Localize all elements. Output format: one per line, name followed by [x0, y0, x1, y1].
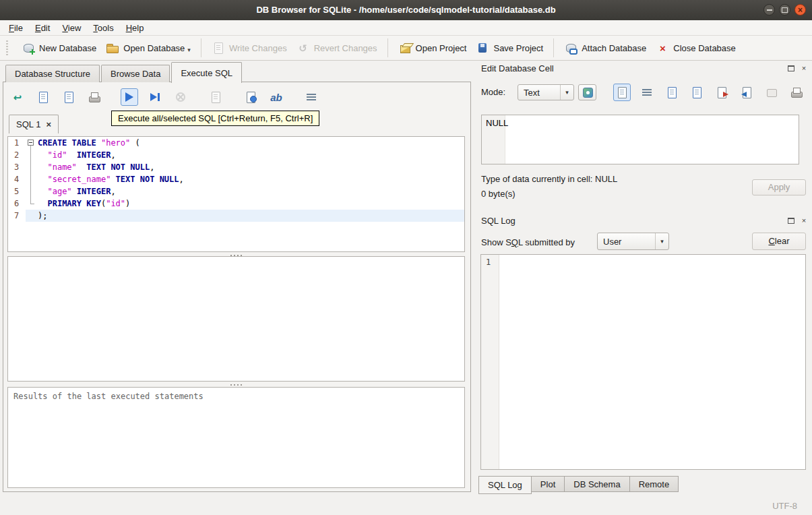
export-data-button[interactable]: [713, 84, 730, 101]
close-database-button[interactable]: ×Close Database: [651, 39, 741, 57]
print-button[interactable]: [788, 84, 805, 101]
execute-all-button[interactable]: [121, 88, 138, 106]
chevron-down-icon: ▾: [655, 233, 668, 249]
close-dock-icon[interactable]: ×: [800, 216, 808, 224]
tab-browse-data[interactable]: Browse Data: [101, 65, 170, 82]
execute-tooltip: Execute all/selected SQL [Ctrl+Return, F…: [111, 111, 319, 126]
save-project-button[interactable]: Save Project: [471, 39, 548, 57]
dock-tab-sql-log[interactable]: SQL Log: [478, 476, 532, 494]
dock-tab-plot[interactable]: Plot: [531, 476, 565, 492]
word-wrap-button[interactable]: [638, 84, 656, 101]
menu-item-view[interactable]: View: [56, 22, 87, 34]
format-sql-button[interactable]: ab: [268, 88, 285, 106]
toolbar-label: Open Project: [416, 43, 467, 53]
dock-tab-db-schema[interactable]: DB Schema: [564, 476, 629, 492]
main-toolbar: New DatabaseOpen Database▾Write Changes↺…: [0, 36, 812, 61]
results-placeholder: Results of the last executed statements: [13, 392, 204, 401]
db-browser-window: DB Browser for SQLite - /home/user/code/…: [0, 0, 812, 515]
results-grid[interactable]: [7, 256, 465, 382]
toolbar-handle[interactable]: [6, 40, 8, 55]
fold-marker-icon[interactable]: [28, 140, 34, 146]
minimize-icon[interactable]: [763, 4, 775, 16]
title-bar[interactable]: DB Browser for SQLite - /home/user/code/…: [0, 0, 812, 21]
sql-editor[interactable]: 1CREATE TABLE "hero" (2 "id" INTEGER,3 "…: [7, 136, 465, 252]
code-text: "age" INTEGER,: [36, 185, 464, 198]
new-database-button[interactable]: New Database: [17, 39, 101, 57]
execute-line-icon: [148, 90, 162, 104]
execute-line-button[interactable]: [146, 88, 164, 106]
close-dock-icon[interactable]: ×: [800, 64, 808, 72]
save-sql-file-button[interactable]: [34, 88, 52, 106]
window-title: DB Browser for SQLite - /home/user/code/…: [0, 0, 812, 20]
sql-log-header: SQL Log ×: [476, 214, 812, 229]
dock-tab-bar: SQL LogPlotDB SchemaRemote: [478, 476, 678, 495]
set-null-icon: [765, 86, 778, 99]
right-dock: Edit Database Cell × Mode: Text ▾ NULL T…: [476, 61, 812, 497]
pane-splitter[interactable]: [471, 61, 476, 497]
clear-button[interactable]: Clear: [752, 233, 806, 250]
dropdown-arrow-icon[interactable]: ▾: [187, 47, 191, 55]
menu-item-file[interactable]: File: [3, 22, 29, 34]
find-icon: [244, 90, 257, 104]
fold-column[interactable]: [26, 137, 36, 149]
editor-line: 4 "secret_name" TEXT NOT NULL,: [8, 173, 464, 185]
execute-all-icon: [123, 90, 136, 104]
revert-changes-icon: ↺: [296, 41, 310, 55]
menu-item-edit[interactable]: Edit: [29, 22, 56, 34]
float-dock-icon[interactable]: [787, 216, 795, 224]
edit-cell-title: Edit Database Cell: [481, 63, 554, 73]
menu-item-tools[interactable]: Tools: [87, 22, 119, 34]
maximize-icon[interactable]: [779, 4, 790, 16]
editor-line: 3 "name" TEXT NOT NULL,: [8, 161, 464, 173]
open-database-button[interactable]: Open Database▾: [101, 39, 195, 57]
cell-editor[interactable]: NULL: [481, 115, 799, 164]
open-sql-file-button[interactable]: ↩: [9, 88, 26, 106]
menu-item-help[interactable]: Help: [120, 22, 150, 34]
sql-log-title: SQL Log: [481, 216, 516, 226]
open-database-icon: [106, 41, 119, 55]
log-filter-select[interactable]: User ▾: [597, 233, 669, 250]
log-filter-value: User: [603, 237, 621, 247]
text-view-button[interactable]: [613, 84, 631, 101]
save-sql-file-as-button[interactable]: [60, 88, 77, 106]
results-message-area[interactable]: Results of the last executed statements: [7, 387, 465, 488]
editor-line: 7);: [8, 210, 464, 222]
tab-execute-sql[interactable]: Execute SQL: [171, 62, 242, 83]
close-window-icon[interactable]: ×: [794, 4, 806, 16]
fold-column: [26, 185, 36, 198]
float-dock-icon[interactable]: [787, 64, 795, 72]
save-sql-file-as-icon: [62, 90, 75, 104]
save-results-button: [207, 88, 224, 106]
open-project-button[interactable]: Open Project: [394, 39, 472, 57]
write-changes-icon: [212, 41, 225, 55]
mode-settings-button[interactable]: [578, 84, 596, 100]
print-icon: [88, 90, 101, 104]
toolbar-label: Attach Database: [582, 43, 646, 53]
splitter-handle[interactable]: [7, 383, 465, 386]
main-tab-bar: Database StructureBrowse DataExecute SQL: [5, 61, 243, 82]
import-data-button[interactable]: [738, 84, 755, 101]
find-button[interactable]: [242, 88, 259, 106]
word-wrap-icon: [640, 86, 654, 99]
copy-button[interactable]: [663, 84, 681, 101]
sql-tab[interactable]: SQL 1 ×: [9, 115, 59, 133]
log-gutter: 1: [481, 255, 499, 469]
sql-tab-label: SQL 1: [16, 119, 40, 129]
cell-size-label: 0 byte(s): [481, 189, 516, 199]
line-number: 2: [8, 149, 26, 161]
word-wrap-icon: [305, 90, 318, 104]
code-text: "secret_name" TEXT NOT NULL,: [36, 173, 464, 185]
mode-select[interactable]: Text ▾: [518, 84, 574, 100]
tab-database-structure[interactable]: Database Structure: [5, 65, 100, 82]
toolbar-label: Open Database: [123, 43, 185, 53]
dock-tab-remote[interactable]: Remote: [629, 476, 679, 492]
tab-close-icon[interactable]: ×: [46, 120, 51, 129]
save-results-icon: [209, 90, 222, 104]
print-button[interactable]: [86, 88, 103, 106]
sql-log-area[interactable]: 1: [480, 254, 806, 470]
save-as-button[interactable]: [688, 84, 706, 101]
set-null-button[interactable]: [763, 84, 780, 101]
attach-database-button[interactable]: Attach Database: [559, 39, 651, 57]
word-wrap-button[interactable]: [303, 88, 320, 106]
editor-line: 1CREATE TABLE "hero" (: [8, 137, 464, 149]
